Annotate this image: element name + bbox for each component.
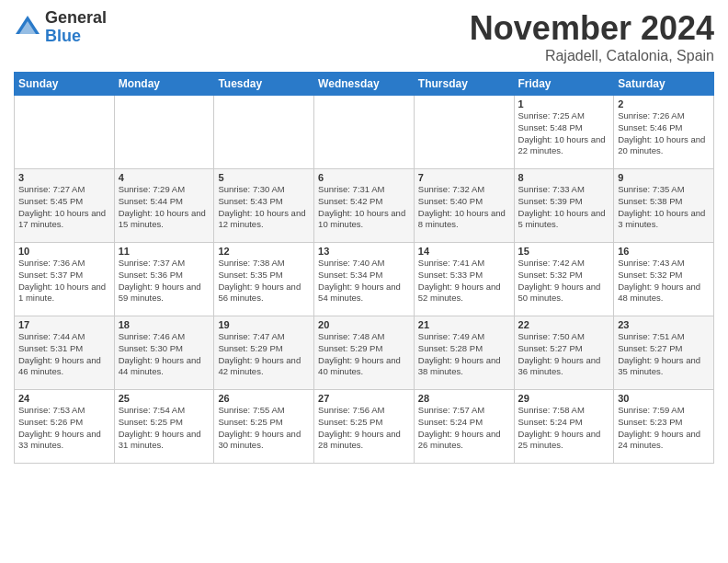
calendar-cell-w1-d6: 1Sunrise: 7:25 AM Sunset: 5:48 PM Daylig… bbox=[514, 96, 614, 169]
day-number: 14 bbox=[418, 246, 510, 257]
calendar-cell-w2-d1: 3Sunrise: 7:27 AM Sunset: 5:45 PM Daylig… bbox=[15, 169, 115, 243]
month-title: November 2024 bbox=[470, 9, 714, 48]
header: General Blue November 2024 Rajadell, Cat… bbox=[14, 9, 714, 64]
calendar-cell-w3-d3: 12Sunrise: 7:38 AM Sunset: 5:35 PM Dayli… bbox=[214, 243, 314, 316]
day-number: 2 bbox=[618, 98, 710, 109]
day-number: 13 bbox=[318, 246, 410, 257]
logo-icon bbox=[14, 14, 41, 41]
calendar-cell-w5-d6: 29Sunrise: 7:58 AM Sunset: 5:24 PM Dayli… bbox=[514, 390, 614, 464]
day-number: 17 bbox=[18, 319, 110, 330]
day-info: Sunrise: 7:32 AM Sunset: 5:40 PM Dayligh… bbox=[418, 184, 510, 231]
calendar-cell-w1-d4 bbox=[314, 96, 415, 169]
day-number: 10 bbox=[18, 246, 110, 257]
location: Rajadell, Catalonia, Spain bbox=[470, 48, 714, 64]
calendar-cell-w5-d5: 28Sunrise: 7:57 AM Sunset: 5:24 PM Dayli… bbox=[414, 390, 514, 464]
calendar-cell-w5-d2: 25Sunrise: 7:54 AM Sunset: 5:25 PM Dayli… bbox=[114, 390, 214, 464]
day-info: Sunrise: 7:42 AM Sunset: 5:32 PM Dayligh… bbox=[518, 258, 610, 304]
day-info: Sunrise: 7:47 AM Sunset: 5:29 PM Dayligh… bbox=[218, 331, 310, 378]
day-info: Sunrise: 7:58 AM Sunset: 5:24 PM Dayligh… bbox=[518, 405, 610, 452]
day-info: Sunrise: 7:53 AM Sunset: 5:26 PM Dayligh… bbox=[18, 405, 110, 452]
day-info: Sunrise: 7:37 AM Sunset: 5:36 PM Dayligh… bbox=[119, 258, 210, 304]
day-info: Sunrise: 7:44 AM Sunset: 5:31 PM Dayligh… bbox=[18, 331, 110, 378]
calendar-cell-w2-d4: 6Sunrise: 7:31 AM Sunset: 5:42 PM Daylig… bbox=[314, 169, 415, 243]
day-info: Sunrise: 7:29 AM Sunset: 5:44 PM Dayligh… bbox=[119, 184, 210, 231]
col-monday: Monday bbox=[114, 73, 214, 96]
day-number: 6 bbox=[318, 172, 410, 183]
logo-blue-text: Blue bbox=[45, 28, 107, 46]
day-info: Sunrise: 7:27 AM Sunset: 5:45 PM Dayligh… bbox=[18, 184, 110, 231]
calendar-cell-w5-d3: 26Sunrise: 7:55 AM Sunset: 5:25 PM Dayli… bbox=[214, 390, 314, 464]
day-number: 18 bbox=[119, 319, 210, 330]
day-number: 3 bbox=[18, 172, 110, 183]
calendar-week-5: 24Sunrise: 7:53 AM Sunset: 5:26 PM Dayli… bbox=[15, 390, 714, 464]
day-number: 1 bbox=[518, 98, 610, 109]
day-number: 26 bbox=[218, 393, 310, 404]
day-info: Sunrise: 7:54 AM Sunset: 5:25 PM Dayligh… bbox=[119, 405, 210, 452]
day-info: Sunrise: 7:25 AM Sunset: 5:48 PM Dayligh… bbox=[518, 110, 610, 157]
day-info: Sunrise: 7:31 AM Sunset: 5:42 PM Dayligh… bbox=[318, 184, 410, 231]
col-sunday: Sunday bbox=[15, 73, 115, 96]
calendar-cell-w3-d6: 15Sunrise: 7:42 AM Sunset: 5:32 PM Dayli… bbox=[514, 243, 614, 316]
day-info: Sunrise: 7:30 AM Sunset: 5:43 PM Dayligh… bbox=[218, 184, 310, 231]
day-number: 16 bbox=[618, 246, 710, 257]
calendar-cell-w1-d3 bbox=[214, 96, 314, 169]
day-info: Sunrise: 7:56 AM Sunset: 5:25 PM Dayligh… bbox=[318, 405, 410, 452]
day-number: 4 bbox=[119, 172, 210, 183]
calendar-week-4: 17Sunrise: 7:44 AM Sunset: 5:31 PM Dayli… bbox=[15, 316, 714, 390]
calendar-cell-w5-d7: 30Sunrise: 7:59 AM Sunset: 5:23 PM Dayli… bbox=[614, 390, 714, 464]
calendar-cell-w3-d7: 16Sunrise: 7:43 AM Sunset: 5:32 PM Dayli… bbox=[614, 243, 714, 316]
day-info: Sunrise: 7:38 AM Sunset: 5:35 PM Dayligh… bbox=[218, 258, 310, 304]
logo: General Blue bbox=[14, 9, 107, 46]
calendar-cell-w4-d3: 19Sunrise: 7:47 AM Sunset: 5:29 PM Dayli… bbox=[214, 316, 314, 390]
calendar-cell-w2-d6: 8Sunrise: 7:33 AM Sunset: 5:39 PM Daylig… bbox=[514, 169, 614, 243]
day-number: 25 bbox=[119, 393, 210, 404]
calendar-cell-w3-d1: 10Sunrise: 7:36 AM Sunset: 5:37 PM Dayli… bbox=[15, 243, 115, 316]
calendar-cell-w1-d2 bbox=[114, 96, 214, 169]
calendar-week-3: 10Sunrise: 7:36 AM Sunset: 5:37 PM Dayli… bbox=[15, 243, 714, 316]
logo-text: General Blue bbox=[45, 9, 107, 46]
day-number: 22 bbox=[518, 319, 610, 330]
calendar-cell-w1-d7: 2Sunrise: 7:26 AM Sunset: 5:46 PM Daylig… bbox=[614, 96, 714, 169]
calendar-cell-w5-d4: 27Sunrise: 7:56 AM Sunset: 5:25 PM Dayli… bbox=[314, 390, 415, 464]
calendar-cell-w3-d4: 13Sunrise: 7:40 AM Sunset: 5:34 PM Dayli… bbox=[314, 243, 415, 316]
day-number: 24 bbox=[18, 393, 110, 404]
day-number: 7 bbox=[418, 172, 510, 183]
calendar-cell-w4-d5: 21Sunrise: 7:49 AM Sunset: 5:28 PM Dayli… bbox=[414, 316, 514, 390]
day-info: Sunrise: 7:33 AM Sunset: 5:39 PM Dayligh… bbox=[518, 184, 610, 231]
day-info: Sunrise: 7:57 AM Sunset: 5:24 PM Dayligh… bbox=[418, 405, 510, 452]
calendar-cell-w5-d1: 24Sunrise: 7:53 AM Sunset: 5:26 PM Dayli… bbox=[15, 390, 115, 464]
day-number: 15 bbox=[518, 246, 610, 257]
day-number: 23 bbox=[618, 319, 710, 330]
calendar-cell-w4-d7: 23Sunrise: 7:51 AM Sunset: 5:27 PM Dayli… bbox=[614, 316, 714, 390]
day-info: Sunrise: 7:46 AM Sunset: 5:30 PM Dayligh… bbox=[119, 331, 210, 378]
day-number: 21 bbox=[418, 319, 510, 330]
col-tuesday: Tuesday bbox=[214, 73, 314, 96]
day-number: 29 bbox=[518, 393, 610, 404]
col-wednesday: Wednesday bbox=[314, 73, 415, 96]
calendar-cell-w3-d5: 14Sunrise: 7:41 AM Sunset: 5:33 PM Dayli… bbox=[414, 243, 514, 316]
calendar-cell-w4-d2: 18Sunrise: 7:46 AM Sunset: 5:30 PM Dayli… bbox=[114, 316, 214, 390]
calendar-week-2: 3Sunrise: 7:27 AM Sunset: 5:45 PM Daylig… bbox=[15, 169, 714, 243]
day-info: Sunrise: 7:35 AM Sunset: 5:38 PM Dayligh… bbox=[618, 184, 710, 231]
day-info: Sunrise: 7:48 AM Sunset: 5:29 PM Dayligh… bbox=[318, 331, 410, 378]
day-number: 28 bbox=[418, 393, 510, 404]
day-number: 27 bbox=[318, 393, 410, 404]
day-number: 20 bbox=[318, 319, 410, 330]
day-number: 8 bbox=[518, 172, 610, 183]
day-info: Sunrise: 7:49 AM Sunset: 5:28 PM Dayligh… bbox=[418, 331, 510, 378]
calendar-header-row: Sunday Monday Tuesday Wednesday Thursday… bbox=[15, 73, 714, 96]
day-info: Sunrise: 7:36 AM Sunset: 5:37 PM Dayligh… bbox=[18, 258, 110, 304]
calendar-cell-w1-d1 bbox=[15, 96, 115, 169]
calendar-week-1: 1Sunrise: 7:25 AM Sunset: 5:48 PM Daylig… bbox=[15, 96, 714, 169]
calendar-cell-w4-d1: 17Sunrise: 7:44 AM Sunset: 5:31 PM Dayli… bbox=[15, 316, 115, 390]
day-number: 19 bbox=[218, 319, 310, 330]
calendar-cell-w4-d4: 20Sunrise: 7:48 AM Sunset: 5:29 PM Dayli… bbox=[314, 316, 415, 390]
day-number: 11 bbox=[119, 246, 210, 257]
col-friday: Friday bbox=[514, 73, 614, 96]
calendar-cell-w1-d5 bbox=[414, 96, 514, 169]
calendar-cell-w4-d6: 22Sunrise: 7:50 AM Sunset: 5:27 PM Dayli… bbox=[514, 316, 614, 390]
day-info: Sunrise: 7:41 AM Sunset: 5:33 PM Dayligh… bbox=[418, 258, 510, 304]
calendar-cell-w2-d3: 5Sunrise: 7:30 AM Sunset: 5:43 PM Daylig… bbox=[214, 169, 314, 243]
day-number: 12 bbox=[218, 246, 310, 257]
calendar-cell-w3-d2: 11Sunrise: 7:37 AM Sunset: 5:36 PM Dayli… bbox=[114, 243, 214, 316]
